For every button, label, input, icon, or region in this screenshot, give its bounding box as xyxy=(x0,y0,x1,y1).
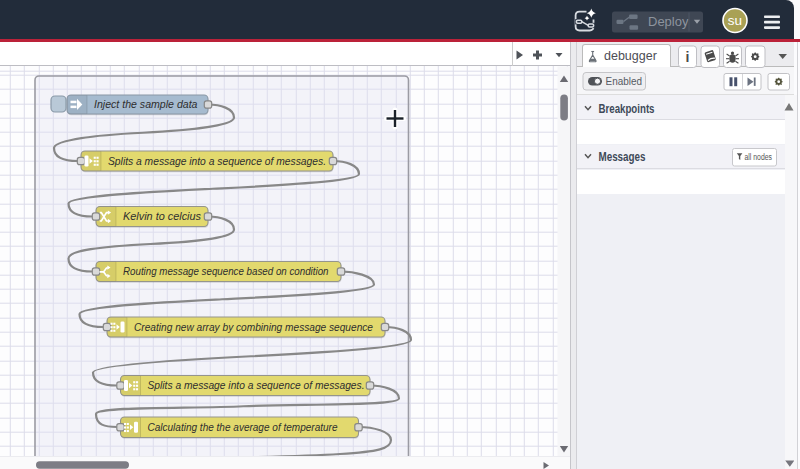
svg-text:Deploy: Deploy xyxy=(648,14,689,29)
svg-text:Messages: Messages xyxy=(599,149,646,163)
svg-text:i: i xyxy=(686,48,690,64)
svg-text:Breakpoints: Breakpoints xyxy=(599,101,655,115)
svg-text:Enabled: Enabled xyxy=(606,75,643,87)
svg-text:su: su xyxy=(728,13,742,28)
svg-text:all nodes: all nodes xyxy=(745,152,773,162)
